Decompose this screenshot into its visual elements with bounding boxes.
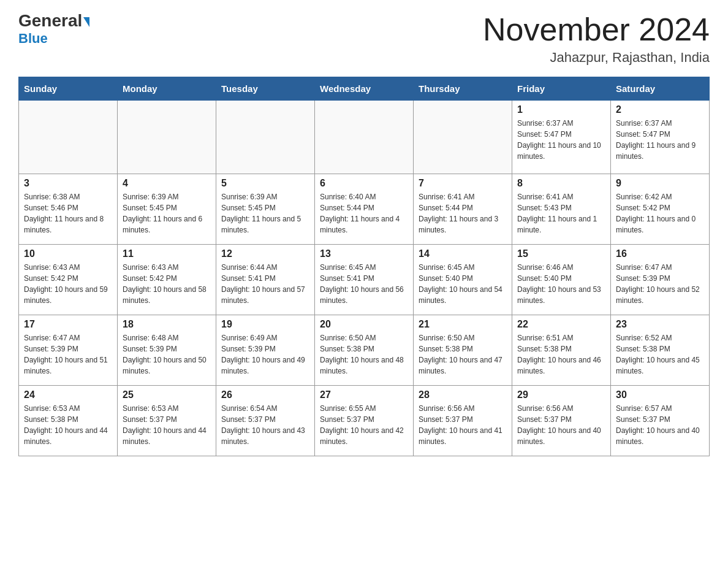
page-header: General Blue November 2024 Jahazpur, Raj…: [18, 12, 710, 66]
calendar-cell: 24Sunrise: 6:53 AM Sunset: 5:38 PM Dayli…: [19, 386, 118, 456]
day-number: 18: [123, 319, 211, 330]
day-number: 14: [419, 248, 507, 259]
calendar-cell: 19Sunrise: 6:49 AM Sunset: 5:39 PM Dayli…: [216, 315, 315, 386]
day-info: Sunrise: 6:44 AM Sunset: 5:41 PM Dayligh…: [221, 262, 309, 306]
location-title: Jahazpur, Rajasthan, India: [483, 50, 710, 66]
calendar-cell: 27Sunrise: 6:55 AM Sunset: 5:37 PM Dayli…: [315, 386, 414, 456]
calendar-cell: 13Sunrise: 6:45 AM Sunset: 5:41 PM Dayli…: [315, 245, 414, 315]
day-number: 9: [616, 178, 704, 189]
calendar-cell: 20Sunrise: 6:50 AM Sunset: 5:38 PM Dayli…: [315, 315, 414, 386]
day-info: Sunrise: 6:51 AM Sunset: 5:38 PM Dayligh…: [517, 332, 605, 377]
calendar-cell: 26Sunrise: 6:54 AM Sunset: 5:37 PM Dayli…: [216, 386, 315, 456]
day-info: Sunrise: 6:53 AM Sunset: 5:37 PM Dayligh…: [123, 403, 211, 447]
day-info: Sunrise: 6:57 AM Sunset: 5:37 PM Dayligh…: [616, 403, 704, 447]
column-header-sunday: Sunday: [19, 77, 118, 101]
day-number: 27: [320, 389, 408, 400]
day-info: Sunrise: 6:39 AM Sunset: 5:45 PM Dayligh…: [123, 191, 211, 236]
day-number: 25: [123, 389, 211, 400]
calendar-week-row: 17Sunrise: 6:47 AM Sunset: 5:39 PM Dayli…: [19, 315, 710, 386]
day-number: 13: [320, 248, 408, 259]
day-number: 2: [616, 104, 704, 115]
logo-triangle-icon: [83, 17, 89, 27]
calendar-week-row: 3Sunrise: 6:38 AM Sunset: 5:46 PM Daylig…: [19, 174, 710, 245]
day-number: 16: [616, 248, 704, 259]
column-header-saturday: Saturday: [611, 77, 710, 101]
day-number: 21: [419, 319, 507, 330]
calendar-cell: [19, 101, 118, 174]
calendar-cell: 23Sunrise: 6:52 AM Sunset: 5:38 PM Dayli…: [611, 315, 710, 386]
calendar-cell: 10Sunrise: 6:43 AM Sunset: 5:42 PM Dayli…: [19, 245, 118, 315]
day-info: Sunrise: 6:47 AM Sunset: 5:39 PM Dayligh…: [24, 332, 112, 377]
day-number: 26: [221, 389, 309, 400]
day-info: Sunrise: 6:56 AM Sunset: 5:37 PM Dayligh…: [517, 403, 605, 447]
calendar-cell: 6Sunrise: 6:40 AM Sunset: 5:44 PM Daylig…: [315, 174, 414, 245]
day-number: 10: [24, 248, 112, 259]
day-info: Sunrise: 6:55 AM Sunset: 5:37 PM Dayligh…: [320, 403, 408, 447]
calendar-cell: 12Sunrise: 6:44 AM Sunset: 5:41 PM Dayli…: [216, 245, 315, 315]
day-info: Sunrise: 6:50 AM Sunset: 5:38 PM Dayligh…: [419, 332, 507, 377]
day-number: 8: [517, 178, 605, 189]
day-info: Sunrise: 6:41 AM Sunset: 5:43 PM Dayligh…: [517, 191, 605, 236]
day-info: Sunrise: 6:54 AM Sunset: 5:37 PM Dayligh…: [221, 403, 309, 447]
day-number: 28: [419, 389, 507, 400]
calendar-cell: 3Sunrise: 6:38 AM Sunset: 5:46 PM Daylig…: [19, 174, 118, 245]
column-header-thursday: Thursday: [414, 77, 512, 101]
calendar-cell: 5Sunrise: 6:39 AM Sunset: 5:45 PM Daylig…: [216, 174, 315, 245]
day-info: Sunrise: 6:45 AM Sunset: 5:40 PM Dayligh…: [419, 262, 507, 306]
calendar-cell: 29Sunrise: 6:56 AM Sunset: 5:37 PM Dayli…: [512, 386, 611, 456]
calendar-cell: 1Sunrise: 6:37 AM Sunset: 5:47 PM Daylig…: [512, 101, 611, 174]
day-number: 19: [221, 319, 309, 330]
column-header-wednesday: Wednesday: [315, 77, 414, 101]
column-header-monday: Monday: [118, 77, 216, 101]
calendar-cell: 30Sunrise: 6:57 AM Sunset: 5:37 PM Dayli…: [611, 386, 710, 456]
title-area: November 2024 Jahazpur, Rajasthan, India: [483, 12, 710, 66]
column-header-friday: Friday: [512, 77, 611, 101]
day-info: Sunrise: 6:45 AM Sunset: 5:41 PM Dayligh…: [320, 262, 408, 306]
calendar-header-row: SundayMondayTuesdayWednesdayThursdayFrid…: [19, 77, 710, 101]
calendar-cell: [315, 101, 414, 174]
calendar-table: SundayMondayTuesdayWednesdayThursdayFrid…: [18, 77, 710, 456]
day-info: Sunrise: 6:38 AM Sunset: 5:46 PM Dayligh…: [24, 191, 112, 236]
day-number: 4: [123, 178, 211, 189]
day-info: Sunrise: 6:40 AM Sunset: 5:44 PM Dayligh…: [320, 191, 408, 236]
day-info: Sunrise: 6:49 AM Sunset: 5:39 PM Dayligh…: [221, 332, 309, 377]
day-info: Sunrise: 6:53 AM Sunset: 5:38 PM Dayligh…: [24, 403, 112, 447]
day-info: Sunrise: 6:43 AM Sunset: 5:42 PM Dayligh…: [123, 262, 211, 306]
day-number: 24: [24, 389, 112, 400]
calendar-cell: 18Sunrise: 6:48 AM Sunset: 5:39 PM Dayli…: [118, 315, 216, 386]
day-number: 15: [517, 248, 605, 259]
calendar-cell: [216, 101, 315, 174]
day-info: Sunrise: 6:42 AM Sunset: 5:42 PM Dayligh…: [616, 191, 704, 236]
calendar-cell: 28Sunrise: 6:56 AM Sunset: 5:37 PM Dayli…: [414, 386, 512, 456]
day-info: Sunrise: 6:43 AM Sunset: 5:42 PM Dayligh…: [24, 262, 112, 306]
calendar-cell: 21Sunrise: 6:50 AM Sunset: 5:38 PM Dayli…: [414, 315, 512, 386]
column-header-tuesday: Tuesday: [216, 77, 315, 101]
calendar-cell: 9Sunrise: 6:42 AM Sunset: 5:42 PM Daylig…: [611, 174, 710, 245]
day-info: Sunrise: 6:52 AM Sunset: 5:38 PM Dayligh…: [616, 332, 704, 377]
day-number: 7: [419, 178, 507, 189]
calendar-week-row: 10Sunrise: 6:43 AM Sunset: 5:42 PM Dayli…: [19, 245, 710, 315]
calendar-cell: 22Sunrise: 6:51 AM Sunset: 5:38 PM Dayli…: [512, 315, 611, 386]
day-number: 20: [320, 319, 408, 330]
calendar-cell: [118, 101, 216, 174]
day-info: Sunrise: 6:37 AM Sunset: 5:47 PM Dayligh…: [616, 118, 704, 162]
day-number: 11: [123, 248, 211, 259]
day-number: 6: [320, 178, 408, 189]
calendar-cell: 2Sunrise: 6:37 AM Sunset: 5:47 PM Daylig…: [611, 101, 710, 174]
calendar-cell: 16Sunrise: 6:47 AM Sunset: 5:39 PM Dayli…: [611, 245, 710, 315]
day-number: 30: [616, 389, 704, 400]
day-info: Sunrise: 6:37 AM Sunset: 5:47 PM Dayligh…: [517, 118, 605, 162]
calendar-cell: 25Sunrise: 6:53 AM Sunset: 5:37 PM Dayli…: [118, 386, 216, 456]
calendar-cell: 11Sunrise: 6:43 AM Sunset: 5:42 PM Dayli…: [118, 245, 216, 315]
calendar-week-row: 24Sunrise: 6:53 AM Sunset: 5:38 PM Dayli…: [19, 386, 710, 456]
calendar-cell: [414, 101, 512, 174]
calendar-week-row: 1Sunrise: 6:37 AM Sunset: 5:47 PM Daylig…: [19, 101, 710, 174]
calendar-cell: 17Sunrise: 6:47 AM Sunset: 5:39 PM Dayli…: [19, 315, 118, 386]
day-info: Sunrise: 6:46 AM Sunset: 5:40 PM Dayligh…: [517, 262, 605, 306]
day-info: Sunrise: 6:39 AM Sunset: 5:45 PM Dayligh…: [221, 191, 309, 236]
logo-blue-text: Blue: [18, 31, 48, 47]
calendar-cell: 15Sunrise: 6:46 AM Sunset: 5:40 PM Dayli…: [512, 245, 611, 315]
day-info: Sunrise: 6:48 AM Sunset: 5:39 PM Dayligh…: [123, 332, 211, 377]
day-number: 12: [221, 248, 309, 259]
month-title: November 2024: [483, 12, 710, 47]
